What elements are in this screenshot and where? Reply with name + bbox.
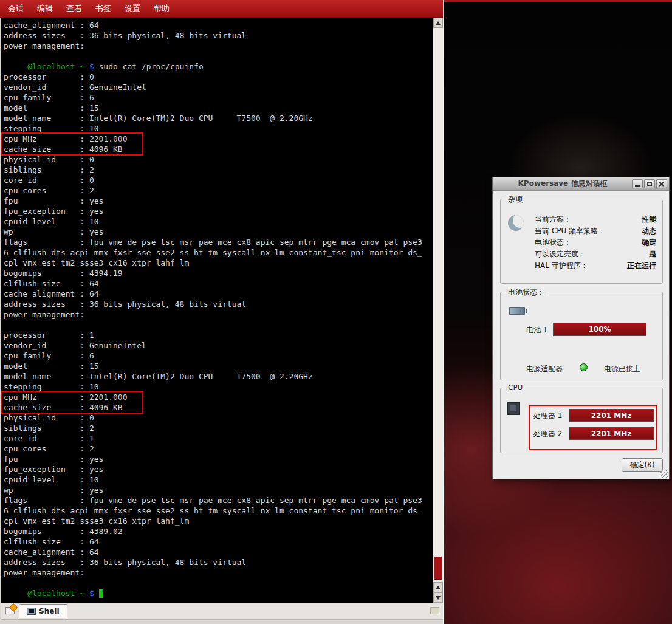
battery-progressbar: 100%: [553, 323, 646, 336]
terminal-line: cache_alignment : 64: [4, 20, 433, 30]
terminal-line: [4, 51, 433, 61]
terminal-line: fpu_exception : yes: [4, 206, 433, 216]
info-row: HAL 守护程序：正在运行: [535, 260, 656, 272]
terminal-line: clflush size : 64: [4, 278, 433, 289]
terminal-line: cpu family : 6: [4, 351, 433, 361]
new-tab-icon: [5, 607, 15, 614]
dialog-titlebar[interactable]: KPowersave 信息对话框: [493, 177, 669, 191]
terminal-line: cache size : 4096 KB: [4, 402, 142, 413]
ok-label-pre: 确定(: [629, 461, 647, 469]
terminal-prompt-line: @localhost ~ $ sudo cat /proc/cpuinfo: [4, 61, 433, 72]
terminal-line: model : 15: [4, 103, 433, 113]
terminal-line: cpu MHz : 2201.000: [4, 134, 142, 144]
terminal-cursor: [99, 589, 104, 598]
tab-shell[interactable]: Shell: [19, 604, 67, 618]
misc-rows: 当前方案：性能当前 CPU 频率策略：动态电池状态：确定可以设定亮度：是HAL …: [535, 214, 656, 272]
annotation-box: cpu MHz : 2201.000cache size : 4096 KB: [2, 134, 142, 154]
scrollbar-track[interactable]: [433, 28, 443, 582]
info-label: 电池状态：: [535, 237, 571, 249]
screen: 会话编辑查看书签设置帮助 cache_alignment : 64address…: [0, 0, 672, 624]
menubar-item[interactable]: 设置: [118, 3, 147, 14]
terminal-line: physical id : 0: [4, 413, 433, 423]
close-icon: [659, 181, 665, 187]
menubar-item[interactable]: 会话: [1, 3, 30, 14]
ok-button[interactable]: 确定(K): [622, 458, 663, 472]
menubar-item[interactable]: 查看: [60, 3, 89, 14]
ok-label-post: ): [652, 461, 655, 469]
detach-session-button[interactable]: [428, 604, 441, 617]
terminal-line: cpuid level : 10: [4, 216, 433, 227]
ac-led-icon: [580, 363, 588, 371]
terminal-line: flags : fpu vme de pse tsc msr pae mce c…: [4, 495, 433, 506]
menubar-item[interactable]: 编辑: [30, 3, 60, 14]
terminal-line: cache_alignment : 64: [4, 547, 433, 557]
minimize-button[interactable]: [632, 179, 643, 188]
terminal-line: fpu_exception : yes: [4, 464, 433, 475]
ok-label-accel: K: [647, 461, 652, 469]
processor-row: 处理器 12201 MHz: [533, 409, 661, 422]
processor-label: 处理器 1: [533, 411, 562, 421]
info-label: 当前方案：: [535, 214, 571, 225]
terminal-line: model : 15: [4, 361, 433, 371]
terminal-icon: [27, 608, 36, 615]
info-value: 性能: [642, 214, 656, 225]
terminal-line: cache_alignment : 64: [4, 289, 433, 299]
terminal-line: bogomips : 4389.02: [4, 526, 433, 537]
terminal-line: core id : 0: [4, 175, 433, 185]
scroll-up-button-bottom[interactable]: [433, 582, 443, 592]
battery-group: 电池状态： 电池 1 100% 电源适配器 电源已接上: [500, 292, 663, 380]
scroll-down-button[interactable]: [433, 592, 443, 603]
terminal-line: address sizes : 36 bits physical, 48 bit…: [4, 557, 433, 567]
arrow-down-icon: [436, 596, 441, 600]
terminal-line: core id : 1: [4, 433, 433, 444]
info-label: 当前 CPU 频率策略：: [535, 225, 605, 237]
resize-grip[interactable]: [660, 470, 668, 478]
terminal-body: cache_alignment : 64address sizes : 36 b…: [1, 18, 443, 603]
arrow-up-icon: [436, 21, 441, 25]
info-row: 电池状态：确定: [535, 237, 656, 249]
kpowersave-dialog: KPowersave 信息对话框 杂项 当前方案：性能当前 CPU 频率策略：动…: [492, 177, 670, 479]
arrow-up-icon: [436, 586, 441, 589]
terminal-line: fpu : yes: [4, 196, 433, 206]
terminal-line: address sizes : 36 bits physical, 48 bit…: [4, 299, 433, 309]
terminal-line: power management:: [4, 41, 433, 51]
close-button[interactable]: [656, 179, 667, 188]
terminal-line: fpu : yes: [4, 454, 433, 464]
cpu-group: CPU 处理器 12201 MHz处理器 22201 MHz: [500, 388, 663, 453]
terminal-line: vendor_id : GenuineIntel: [4, 340, 433, 351]
terminal-line: physical id : 0: [4, 154, 433, 165]
terminal-line: cpu MHz : 2201.000: [4, 392, 142, 402]
info-label: HAL 守护程序：: [535, 260, 588, 272]
maximize-button[interactable]: [644, 179, 655, 188]
terminal-line: [4, 578, 433, 588]
cpu-frequency-bar: 2201 MHz: [569, 409, 654, 422]
minimize-icon: [635, 185, 640, 187]
dialog-title: KPowersave 信息对话框: [495, 179, 631, 189]
terminal-line: cpu cores : 2: [4, 185, 433, 196]
menubar-item[interactable]: 帮助: [147, 3, 176, 14]
menubar-item[interactable]: 书签: [89, 3, 118, 14]
terminal-line: 6 clflush dts acpi mmx fxsr sse sse2 ss …: [4, 506, 433, 516]
terminal-scrollbar[interactable]: [433, 18, 443, 603]
terminal-line: siblings : 2: [4, 423, 433, 433]
info-label: 可以设定亮度：: [535, 249, 586, 260]
scrollbar-thumb[interactable]: [434, 557, 442, 580]
processor-row: 处理器 22201 MHz: [533, 427, 661, 440]
terminal-output[interactable]: cache_alignment : 64address sizes : 36 b…: [1, 18, 433, 603]
terminal-line: 6 clflush dts acpi mmx fxsr sse sse2 ss …: [4, 247, 433, 258]
terminal-line: model name : Intel(R) Core(TM)2 Duo CPU …: [4, 113, 433, 123]
terminal-line: model name : Intel(R) Core(TM)2 Duo CPU …: [4, 371, 433, 382]
terminal-line: cache size : 4096 KB: [4, 144, 142, 154]
new-tab-button[interactable]: [3, 604, 16, 617]
info-row: 当前方案：性能: [535, 214, 656, 225]
terminal-tabbar: Shell: [1, 603, 443, 620]
ac-adapter-status: 电源已接上: [604, 364, 640, 374]
terminal-line: bogomips : 4394.19: [4, 268, 433, 278]
scroll-up-button[interactable]: [433, 18, 443, 28]
battery-label: 电池 1: [526, 325, 547, 335]
terminal-line: stepping : 10: [4, 382, 433, 392]
terminal-line: power management:: [4, 309, 433, 320]
battery-icon: [509, 307, 525, 315]
terminal-window: 会话编辑查看书签设置帮助 cache_alignment : 64address…: [0, 0, 444, 624]
processor-label: 处理器 2: [533, 429, 562, 439]
